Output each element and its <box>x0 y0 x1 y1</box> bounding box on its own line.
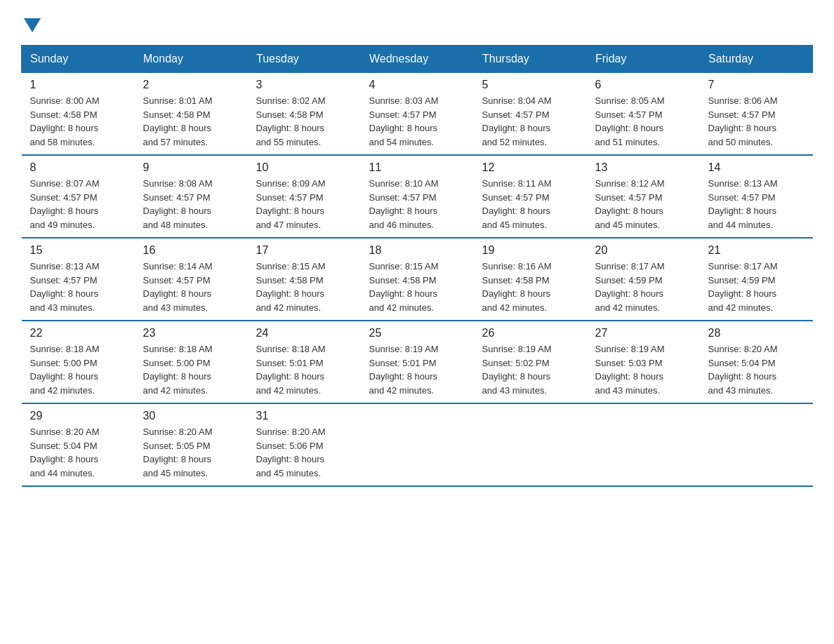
calendar-day-cell: 28 Sunrise: 8:20 AM Sunset: 5:04 PM Dayl… <box>700 321 813 403</box>
calendar-day-cell: 13 Sunrise: 8:12 AM Sunset: 4:57 PM Dayl… <box>587 155 700 238</box>
calendar-table: SundayMondayTuesdayWednesdayThursdayFrid… <box>21 45 813 487</box>
day-number: 11 <box>369 161 465 174</box>
calendar-day-cell: 11 Sunrise: 8:10 AM Sunset: 4:57 PM Dayl… <box>361 155 474 238</box>
weekday-header: Saturday <box>700 46 813 73</box>
day-info: Sunrise: 8:18 AM Sunset: 5:00 PM Dayligh… <box>143 342 239 397</box>
calendar-day-cell: 19 Sunrise: 8:16 AM Sunset: 4:58 PM Dayl… <box>474 238 587 321</box>
calendar-day-cell: 15 Sunrise: 8:13 AM Sunset: 4:57 PM Dayl… <box>22 238 135 321</box>
calendar-body: 1 Sunrise: 8:00 AM Sunset: 4:58 PM Dayli… <box>22 73 813 487</box>
calendar-day-cell <box>700 403 813 486</box>
calendar-week-row: 15 Sunrise: 8:13 AM Sunset: 4:57 PM Dayl… <box>22 238 813 321</box>
day-number: 13 <box>595 161 691 174</box>
day-info: Sunrise: 8:17 AM Sunset: 4:59 PM Dayligh… <box>708 260 805 314</box>
weekday-header: Tuesday <box>248 46 361 73</box>
day-info: Sunrise: 8:13 AM Sunset: 4:57 PM Dayligh… <box>30 260 126 314</box>
calendar-day-cell: 6 Sunrise: 8:05 AM Sunset: 4:57 PM Dayli… <box>587 73 700 156</box>
page-header <box>21 14 813 31</box>
day-info: Sunrise: 8:20 AM Sunset: 5:04 PM Dayligh… <box>30 425 126 480</box>
day-info: Sunrise: 8:00 AM Sunset: 4:58 PM Dayligh… <box>30 94 126 149</box>
calendar-day-cell: 29 Sunrise: 8:20 AM Sunset: 5:04 PM Dayl… <box>22 403 135 486</box>
day-number: 9 <box>143 161 239 174</box>
day-info: Sunrise: 8:03 AM Sunset: 4:57 PM Dayligh… <box>369 94 465 149</box>
day-number: 16 <box>143 244 239 257</box>
calendar-day-cell: 1 Sunrise: 8:00 AM Sunset: 4:58 PM Dayli… <box>22 73 135 156</box>
calendar-day-cell: 20 Sunrise: 8:17 AM Sunset: 4:59 PM Dayl… <box>587 238 700 321</box>
weekday-header: Friday <box>587 46 700 73</box>
day-number: 24 <box>256 327 352 340</box>
day-number: 5 <box>482 79 578 91</box>
day-info: Sunrise: 8:20 AM Sunset: 5:05 PM Dayligh… <box>143 425 239 480</box>
day-info: Sunrise: 8:04 AM Sunset: 4:57 PM Dayligh… <box>482 94 578 149</box>
day-number: 10 <box>256 161 352 174</box>
day-info: Sunrise: 8:11 AM Sunset: 4:57 PM Dayligh… <box>482 177 578 232</box>
day-info: Sunrise: 8:06 AM Sunset: 4:57 PM Dayligh… <box>708 94 805 149</box>
day-info: Sunrise: 8:19 AM Sunset: 5:01 PM Dayligh… <box>369 342 465 397</box>
calendar-day-cell: 7 Sunrise: 8:06 AM Sunset: 4:57 PM Dayli… <box>700 73 813 156</box>
day-info: Sunrise: 8:13 AM Sunset: 4:57 PM Dayligh… <box>708 177 805 232</box>
calendar-day-cell: 12 Sunrise: 8:11 AM Sunset: 4:57 PM Dayl… <box>474 155 587 238</box>
calendar-day-cell: 10 Sunrise: 8:09 AM Sunset: 4:57 PM Dayl… <box>248 155 361 238</box>
calendar-day-cell: 2 Sunrise: 8:01 AM Sunset: 4:58 PM Dayli… <box>135 73 248 156</box>
calendar-day-cell: 5 Sunrise: 8:04 AM Sunset: 4:57 PM Dayli… <box>474 73 587 156</box>
day-number: 14 <box>708 161 805 174</box>
calendar-day-cell: 17 Sunrise: 8:15 AM Sunset: 4:58 PM Dayl… <box>248 238 361 321</box>
day-number: 29 <box>30 410 126 422</box>
day-number: 25 <box>369 327 465 340</box>
day-info: Sunrise: 8:18 AM Sunset: 5:01 PM Dayligh… <box>256 342 352 397</box>
day-number: 1 <box>30 79 126 91</box>
day-number: 7 <box>708 79 805 91</box>
day-number: 20 <box>595 244 691 257</box>
calendar-day-cell: 18 Sunrise: 8:15 AM Sunset: 4:58 PM Dayl… <box>361 238 474 321</box>
calendar-day-cell: 30 Sunrise: 8:20 AM Sunset: 5:05 PM Dayl… <box>135 403 248 486</box>
day-number: 6 <box>595 79 691 91</box>
logo-arrow-icon <box>24 18 41 32</box>
calendar-day-cell <box>587 403 700 486</box>
logo <box>21 14 41 31</box>
calendar-week-row: 8 Sunrise: 8:07 AM Sunset: 4:57 PM Dayli… <box>22 155 813 238</box>
day-number: 27 <box>595 327 691 340</box>
weekday-header: Sunday <box>22 46 135 73</box>
calendar-day-cell: 3 Sunrise: 8:02 AM Sunset: 4:58 PM Dayli… <box>248 73 361 156</box>
day-number: 28 <box>708 327 805 340</box>
day-info: Sunrise: 8:19 AM Sunset: 5:03 PM Dayligh… <box>595 342 691 397</box>
calendar-day-cell: 23 Sunrise: 8:18 AM Sunset: 5:00 PM Dayl… <box>135 321 248 403</box>
day-info: Sunrise: 8:15 AM Sunset: 4:58 PM Dayligh… <box>369 260 465 314</box>
day-info: Sunrise: 8:02 AM Sunset: 4:58 PM Dayligh… <box>256 94 352 149</box>
day-number: 23 <box>143 327 239 340</box>
weekday-header: Wednesday <box>361 46 474 73</box>
calendar-week-row: 29 Sunrise: 8:20 AM Sunset: 5:04 PM Dayl… <box>22 403 813 486</box>
day-info: Sunrise: 8:09 AM Sunset: 4:57 PM Dayligh… <box>256 177 352 232</box>
day-info: Sunrise: 8:20 AM Sunset: 5:06 PM Dayligh… <box>256 425 352 480</box>
calendar-day-cell: 22 Sunrise: 8:18 AM Sunset: 5:00 PM Dayl… <box>22 321 135 403</box>
weekday-row: SundayMondayTuesdayWednesdayThursdayFrid… <box>22 46 813 73</box>
day-info: Sunrise: 8:17 AM Sunset: 4:59 PM Dayligh… <box>595 260 691 314</box>
day-number: 22 <box>30 327 126 340</box>
day-number: 26 <box>482 327 578 340</box>
day-info: Sunrise: 8:01 AM Sunset: 4:58 PM Dayligh… <box>143 94 239 149</box>
day-info: Sunrise: 8:05 AM Sunset: 4:57 PM Dayligh… <box>595 94 691 149</box>
calendar-header: SundayMondayTuesdayWednesdayThursdayFrid… <box>22 46 813 73</box>
day-number: 21 <box>708 244 805 257</box>
day-number: 8 <box>30 161 126 174</box>
calendar-day-cell <box>361 403 474 486</box>
day-info: Sunrise: 8:12 AM Sunset: 4:57 PM Dayligh… <box>595 177 691 232</box>
day-info: Sunrise: 8:10 AM Sunset: 4:57 PM Dayligh… <box>369 177 465 232</box>
day-number: 17 <box>256 244 352 257</box>
weekday-header: Thursday <box>474 46 587 73</box>
calendar-day-cell <box>474 403 587 486</box>
day-info: Sunrise: 8:18 AM Sunset: 5:00 PM Dayligh… <box>30 342 126 397</box>
day-number: 3 <box>256 79 352 91</box>
calendar-day-cell: 26 Sunrise: 8:19 AM Sunset: 5:02 PM Dayl… <box>474 321 587 403</box>
day-info: Sunrise: 8:07 AM Sunset: 4:57 PM Dayligh… <box>30 177 126 232</box>
calendar-week-row: 1 Sunrise: 8:00 AM Sunset: 4:58 PM Dayli… <box>22 73 813 156</box>
day-number: 19 <box>482 244 578 257</box>
day-info: Sunrise: 8:14 AM Sunset: 4:57 PM Dayligh… <box>143 260 239 314</box>
calendar-day-cell: 25 Sunrise: 8:19 AM Sunset: 5:01 PM Dayl… <box>361 321 474 403</box>
calendar-day-cell: 4 Sunrise: 8:03 AM Sunset: 4:57 PM Dayli… <box>361 73 474 156</box>
day-info: Sunrise: 8:15 AM Sunset: 4:58 PM Dayligh… <box>256 260 352 314</box>
weekday-header: Monday <box>135 46 248 73</box>
calendar-day-cell: 16 Sunrise: 8:14 AM Sunset: 4:57 PM Dayl… <box>135 238 248 321</box>
calendar-week-row: 22 Sunrise: 8:18 AM Sunset: 5:00 PM Dayl… <box>22 321 813 403</box>
day-number: 15 <box>30 244 126 257</box>
day-info: Sunrise: 8:20 AM Sunset: 5:04 PM Dayligh… <box>708 342 805 397</box>
